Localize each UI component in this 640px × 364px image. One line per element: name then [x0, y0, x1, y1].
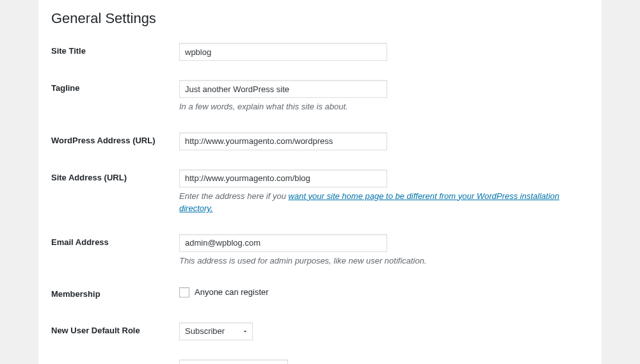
settings-form: Site Title Tagline In a few words, expla… [51, 33, 589, 364]
membership-checkbox-text: Anyone can register [195, 286, 269, 299]
wp-address-label: WordPress Address (URL) [51, 123, 179, 160]
default-role-label: New User Default Role [51, 313, 179, 350]
site-language-label: Site Language [51, 350, 179, 364]
site-title-label: Site Title [51, 33, 179, 70]
tagline-input[interactable] [179, 80, 387, 98]
tagline-label: Tagline [51, 70, 179, 123]
membership-label: Membership [51, 276, 179, 313]
email-label: Email Address [51, 225, 179, 277]
site-address-label: Site Address (URL) [51, 160, 179, 225]
email-description: This address is used for admin purposes,… [179, 255, 582, 267]
default-role-select[interactable]: Subscriber [179, 322, 253, 340]
wp-address-input[interactable] [179, 132, 387, 150]
membership-checkbox[interactable] [179, 287, 189, 297]
site-address-description-prefix: Enter the address here if you [179, 191, 289, 201]
email-input[interactable] [179, 234, 387, 252]
site-language-select[interactable]: English (United States) [179, 360, 288, 364]
membership-checkbox-label[interactable]: Anyone can register [179, 286, 582, 299]
site-address-description: Enter the address here if you want your … [179, 190, 582, 215]
tagline-description: In a few words, explain what this site i… [179, 100, 582, 113]
page-title: General Settings [51, 6, 589, 33]
site-title-input[interactable] [179, 43, 387, 61]
site-address-input[interactable] [179, 170, 387, 187]
